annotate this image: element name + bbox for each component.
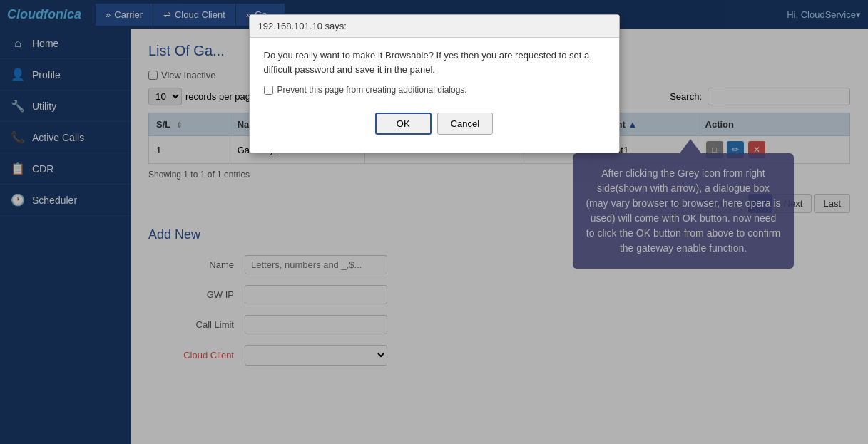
app-wrapper: Cloudfonica » Carrier ⇌ Cloud Client » G… bbox=[0, 0, 868, 444]
dialog-ok-button[interactable]: OK bbox=[375, 113, 432, 135]
dialog-box: 192.168.101.10 says: Do you really want … bbox=[249, 14, 620, 153]
dialog-message: Do you really want to make it Browsable?… bbox=[264, 48, 605, 76]
dialog-body: Do you really want to make it Browsable?… bbox=[250, 38, 619, 153]
dialog-header: 192.168.101.10 says: bbox=[250, 15, 619, 38]
dialog-checkbox-row: Prevent this page from creating addition… bbox=[264, 85, 605, 95]
dialog-header-text: 192.168.101.10 says: bbox=[258, 21, 347, 31]
dialog-backdrop: 192.168.101.10 says: Do you really want … bbox=[0, 0, 868, 444]
prevent-dialogs-checkbox[interactable] bbox=[264, 86, 273, 95]
prevent-dialogs-label: Prevent this page from creating addition… bbox=[277, 85, 467, 95]
dialog-cancel-button[interactable]: Cancel bbox=[437, 113, 493, 135]
dialog-buttons: OK Cancel bbox=[264, 105, 605, 142]
